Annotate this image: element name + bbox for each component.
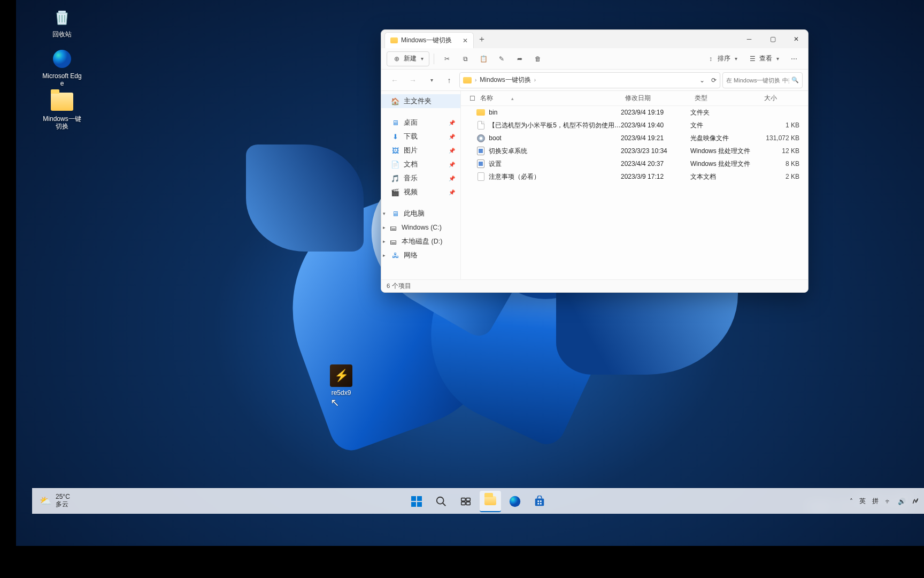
file-size: 1 KB [760, 121, 808, 129]
music-icon: 🎵 [391, 174, 399, 182]
dropdown-arrow[interactable]: ⌄ [699, 77, 705, 84]
window-minimize-button[interactable]: ─ [737, 30, 761, 48]
window-close-button[interactable]: ✕ [784, 30, 808, 48]
folder-icon [463, 77, 472, 83]
file-list[interactable]: bin2023/9/4 19:19文件夹【已选机型为小米平板5，机型不符切勿使用… [461, 106, 808, 279]
weather-temp: 25°C [56, 493, 70, 501]
file-row[interactable]: 【已选机型为小米平板5，机型不符切勿使用…2023/9/4 19:40文件1 K… [461, 119, 808, 132]
sort-button-label: 排序 [718, 54, 730, 63]
view-button[interactable]: ☰ 查看 ▾ [744, 51, 783, 66]
rename-button[interactable]: ✎ [493, 51, 510, 66]
file-row[interactable]: bin2023/9/4 19:19文件夹 [461, 106, 808, 119]
nav-up-button[interactable]: ↑ [441, 72, 457, 88]
nav-this-pc[interactable]: ▾ 🖥 此电脑 [381, 207, 460, 220]
address-bar[interactable]: › Mindows一键切换 › ⌄ ⟳ [459, 72, 720, 88]
nav-recent-button[interactable]: ▾ [423, 72, 439, 88]
nav-videos[interactable]: 🎬 视频 📌 [381, 185, 460, 199]
trash-icon: 🗑 [534, 55, 542, 63]
nav-label: 下载 [404, 132, 418, 141]
nav-downloads[interactable]: ⬇ 下载 📌 [381, 130, 460, 143]
taskbar-app-explorer[interactable] [480, 491, 501, 512]
nav-drive-c[interactable]: ▸ 🖴 Windows (C:) [381, 220, 460, 234]
desktop-icon-recycle-bin[interactable]: 回收站 [42, 5, 82, 38]
start-button[interactable] [406, 491, 427, 512]
taskbar-app-store[interactable] [529, 491, 550, 512]
delete-button[interactable]: 🗑 [529, 51, 546, 66]
nav-label: 文档 [404, 160, 418, 169]
battery-icon[interactable]: 🗲 [912, 498, 919, 505]
weather-widget[interactable]: ⛅ 25°C 多云 [32, 488, 78, 514]
nav-drive-d[interactable]: ▸ 🖴 本地磁盘 (D:) [381, 234, 460, 248]
ime-lang[interactable]: 英 [859, 497, 866, 506]
column-name[interactable]: 名称▴ [476, 94, 621, 103]
explorer-tab[interactable]: Mindows一键切换 ✕ [384, 32, 474, 48]
select-all-checkbox[interactable]: ☐ [465, 95, 476, 102]
cut-button[interactable]: ✂ [438, 51, 456, 66]
wifi-icon[interactable]: ᯤ [885, 498, 891, 505]
nav-forward-button[interactable]: → [405, 72, 421, 88]
new-tab-button[interactable]: ＋ [474, 30, 490, 48]
navigation-pane[interactable]: 🏠 主文件夹 🖥 桌面 📌 ⬇ 下载 📌 🖼 图片 📌 [381, 91, 461, 279]
file-row[interactable]: boot2023/9/4 19:21光盘映像文件131,072 KB [461, 132, 808, 144]
file-type: 文本文档 [690, 172, 760, 181]
nav-home[interactable]: 🏠 主文件夹 [381, 94, 460, 108]
file-icon [476, 108, 486, 117]
file-explorer-window[interactable]: Mindows一键切换 ✕ ＋ ─ ▢ ✕ ⊕ 新建 ▾ ✂ ⧉ 📋 ✎ [381, 29, 808, 293]
volume-icon[interactable]: 🔊 [898, 498, 906, 505]
search-box[interactable]: 🔍 [722, 72, 803, 88]
desktop-icon-edge[interactable]: Microsoft Edge [42, 47, 82, 88]
search-input[interactable] [726, 77, 789, 83]
desktop-icon-label: re5dx9 [332, 389, 351, 397]
search-button[interactable] [430, 491, 452, 512]
taskbar-app-edge[interactable] [504, 491, 526, 512]
taskbar[interactable]: ⛅ 25°C 多云 [32, 488, 924, 514]
nav-label: 图片 [404, 146, 418, 155]
file-row[interactable]: 设置2023/4/4 20:37Windows 批处理文件8 KB [461, 157, 808, 170]
nav-pictures[interactable]: 🖼 图片 📌 [381, 143, 460, 157]
sort-indicator: ▴ [511, 96, 514, 101]
ime-mode[interactable]: 拼 [872, 497, 879, 506]
column-type[interactable]: 类型 [690, 94, 760, 103]
desktop-icon-mindows-folder[interactable]: Mindows一键切换 [42, 90, 82, 131]
desktop-icon: 🖥 [391, 118, 399, 127]
desktop-icon-re5dx9[interactable]: ⚡ re5dx9 [321, 364, 361, 397]
refresh-button[interactable]: ⟳ [711, 77, 717, 84]
file-name: 设置 [489, 159, 502, 169]
status-bar: 6 个项目 [381, 279, 808, 292]
chevron-right-icon: › [475, 77, 476, 83]
desktop[interactable]: 回收站 Microsoft Edge Mindows一键切换 ⚡ re5dx9 … [16, 0, 924, 546]
nav-back-button[interactable]: ← [387, 72, 403, 88]
file-date: 2023/4/4 20:37 [621, 160, 690, 168]
expand-icon[interactable]: ▸ [383, 239, 386, 244]
expand-icon[interactable]: ▸ [383, 253, 386, 258]
breadcrumb-item[interactable]: Mindows一键切换 [480, 75, 530, 85]
svg-point-12 [510, 496, 520, 506]
task-view-button[interactable] [455, 491, 476, 512]
new-button[interactable]: ⊕ 新建 ▾ [387, 51, 429, 66]
nav-music[interactable]: 🎵 音乐 📌 [381, 171, 460, 185]
folder-icon [50, 90, 74, 113]
tab-close-button[interactable]: ✕ [463, 37, 468, 44]
nav-network[interactable]: ▸ 🖧 网络 [381, 248, 460, 262]
svg-rect-5 [417, 502, 422, 507]
column-size[interactable]: 大小 [760, 94, 808, 103]
expand-icon[interactable]: ▸ [383, 225, 386, 230]
tray-overflow[interactable]: ˄ [850, 498, 853, 505]
nav-label: 桌面 [404, 118, 418, 127]
expand-icon[interactable]: ▾ [383, 211, 386, 216]
sort-button[interactable]: ↕ 排序 ▾ [702, 51, 742, 66]
window-titlebar[interactable]: Mindows一键切换 ✕ ＋ ─ ▢ ✕ [381, 30, 808, 48]
copy-button[interactable]: ⧉ [457, 51, 474, 66]
file-date: 2023/9/4 19:21 [621, 134, 690, 142]
more-button[interactable]: ⋯ [786, 51, 803, 66]
home-icon: 🏠 [391, 97, 399, 105]
column-date[interactable]: 修改日期 [621, 94, 690, 103]
share-button[interactable]: ➦ [511, 51, 528, 66]
file-type: Windows 批处理文件 [690, 159, 760, 169]
file-row[interactable]: 切换安卓系统2023/3/23 10:34Windows 批处理文件12 KB [461, 144, 808, 157]
nav-documents[interactable]: 📄 文档 📌 [381, 157, 460, 171]
window-maximize-button[interactable]: ▢ [761, 30, 784, 48]
paste-button[interactable]: 📋 [475, 51, 492, 66]
file-row[interactable]: 注意事项（必看）2023/3/9 17:12文本文档2 KB [461, 170, 808, 183]
nav-desktop[interactable]: 🖥 桌面 📌 [381, 116, 460, 130]
